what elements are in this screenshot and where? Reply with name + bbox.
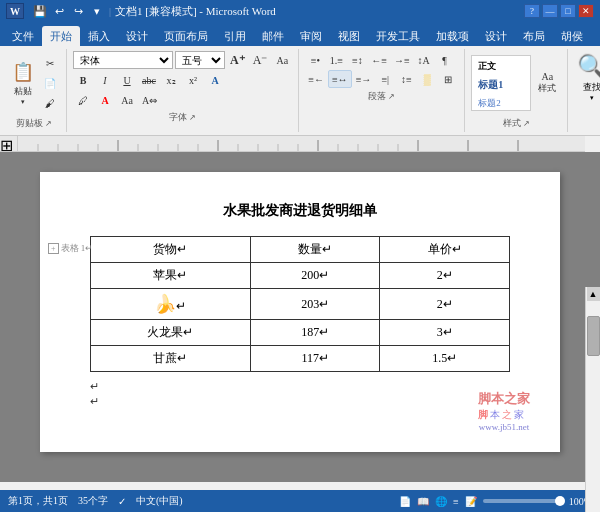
cell-qty-4: 117↵	[250, 346, 380, 372]
scroll-thumb[interactable]	[587, 316, 600, 356]
tab-user[interactable]: 胡侯	[553, 26, 591, 46]
cell-price-2: 2↵	[380, 289, 510, 320]
document-title: 水果批发商进退货明细单	[90, 202, 510, 220]
align-center-button[interactable]: ≡↔	[328, 70, 352, 88]
close-button[interactable]: ✕	[578, 4, 594, 18]
cell-price-3: 3↵	[380, 320, 510, 346]
justify-button[interactable]: ≡|	[375, 70, 395, 88]
font-family-select[interactable]: 宋体	[73, 51, 173, 69]
scrollbar-vertical[interactable]: ▲ ▼	[585, 287, 600, 512]
paste-dropdown[interactable]: ▾	[21, 98, 25, 106]
col-header-qty: 数量↵	[250, 237, 380, 263]
view-fullread-icon[interactable]: 📖	[417, 496, 429, 507]
window-controls: ? — □ ✕	[524, 4, 594, 18]
borders-button[interactable]: ⊞	[438, 70, 458, 88]
shrink-font-button[interactable]: A⁻	[250, 51, 271, 69]
tab-file[interactable]: 文件	[4, 26, 42, 46]
cell-goods-3: 火龙果↵	[91, 320, 251, 346]
group-paragraph: ≡• 1.≡ ≡↕ ←≡ →≡ ↕A ¶ ≡← ≡↔ ≡→ ≡| ↕≡ ▒ ⊞	[301, 49, 465, 132]
cell-qty-2: 203↵	[250, 289, 380, 320]
styles-button[interactable]: Aa 样式	[533, 55, 561, 111]
tab-home[interactable]: 开始	[42, 26, 80, 46]
font-size-aa[interactable]: Aa	[117, 91, 137, 109]
tab-review[interactable]: 审阅	[292, 26, 330, 46]
font-size-select[interactable]: 五号	[175, 51, 225, 69]
col-header-price: 单价↵	[380, 237, 510, 263]
view-web-icon[interactable]: 🌐	[435, 496, 447, 507]
clipboard-label: 剪贴板 ↗	[16, 117, 52, 130]
undo-icon[interactable]: ↩	[51, 3, 67, 19]
tab-view[interactable]: 视图	[330, 26, 368, 46]
align-right-button[interactable]: ≡→	[353, 70, 375, 88]
scroll-up-button[interactable]: ▲	[587, 287, 600, 301]
tab-design2[interactable]: 设计	[477, 26, 515, 46]
sort-button[interactable]: ↕A	[414, 51, 434, 69]
ruler: ⊞	[0, 136, 585, 152]
separator: |	[109, 6, 111, 17]
font-spacing[interactable]: A⇔	[139, 91, 160, 109]
tab-references[interactable]: 引用	[216, 26, 254, 46]
style-heading2: 标题2	[474, 95, 528, 112]
text-highlight-button[interactable]: 🖊	[73, 91, 93, 109]
watermark-site: 脚本之家	[478, 390, 530, 408]
italic-button[interactable]: I	[95, 71, 115, 89]
view-outline-icon[interactable]: ≡	[453, 496, 459, 507]
strikethrough-button[interactable]: abc	[139, 71, 159, 89]
ruler-corner[interactable]: ⊞	[0, 136, 18, 152]
paste-button[interactable]: 📋 粘贴 ▾	[8, 55, 38, 111]
table-icon: +	[48, 243, 59, 254]
dropdown-icon[interactable]: ▾	[89, 3, 105, 19]
document-area: + 表格 1↵ 水果批发商进退货明细单 货物↵ 数量↵ 单价↵ 苹果	[0, 152, 600, 482]
format-painter-button[interactable]: 🖌	[40, 94, 60, 112]
tab-page-layout[interactable]: 页面布局	[156, 26, 216, 46]
superscript-button[interactable]: x²	[183, 71, 203, 89]
save-icon[interactable]: 💾	[32, 3, 48, 19]
numbering-button[interactable]: 1.≡	[326, 51, 346, 69]
styles-gallery[interactable]: 正文 标题1 标题2	[471, 55, 531, 111]
table-row: 甘蔗↵ 117↵ 1.5↵	[91, 346, 510, 372]
spell-check-icon: ✓	[118, 496, 126, 507]
tab-addins[interactable]: 加载项	[428, 26, 477, 46]
paragraph-mark: ↵	[90, 380, 510, 393]
tab-design[interactable]: 设计	[118, 26, 156, 46]
char-count: 35个字	[78, 494, 108, 508]
paragraph-mark-2: ↵	[90, 395, 510, 408]
tab-insert[interactable]: 插入	[80, 26, 118, 46]
view-normal-icon[interactable]: 📄	[399, 496, 411, 507]
bold-button[interactable]: B	[73, 71, 93, 89]
page-info: 第1页，共1页	[8, 494, 68, 508]
clear-format-button[interactable]: Aa	[272, 51, 292, 69]
subscript-button[interactable]: x₂	[161, 71, 181, 89]
show-marks-button[interactable]: ¶	[435, 51, 455, 69]
col-header-goods: 货物↵	[91, 237, 251, 263]
tab-developer[interactable]: 开发工具	[368, 26, 428, 46]
shading-button[interactable]: ▒	[417, 70, 437, 88]
content-area: ⊞	[0, 136, 600, 490]
increase-indent-button[interactable]: →≡	[391, 51, 413, 69]
help-button[interactable]: ?	[524, 4, 540, 18]
table-row: 火龙果↵ 187↵ 3↵	[91, 320, 510, 346]
minimize-button[interactable]: —	[542, 4, 558, 18]
table-row: 苹果↵ 200↵ 2↵	[91, 263, 510, 289]
decrease-indent-button[interactable]: ←≡	[368, 51, 390, 69]
window-title: 文档1 [兼容模式] - Microsoft Word	[115, 4, 276, 19]
cut-button[interactable]: ✂	[40, 54, 60, 72]
multilevel-list-button[interactable]: ≡↕	[347, 51, 367, 69]
redo-icon[interactable]: ↪	[70, 3, 86, 19]
bullets-button[interactable]: ≡•	[305, 51, 325, 69]
font-color-button[interactable]: A	[95, 91, 115, 109]
zoom-slider[interactable]	[483, 499, 563, 503]
view-draft-icon[interactable]: 📝	[465, 496, 477, 507]
align-left-button[interactable]: ≡←	[305, 70, 327, 88]
line-spacing-button[interactable]: ↕≡	[396, 70, 416, 88]
maximize-button[interactable]: □	[560, 4, 576, 18]
underline-button[interactable]: U	[117, 71, 137, 89]
text-effect-button[interactable]: A	[205, 71, 225, 89]
find-dropdown[interactable]: ▾	[590, 94, 594, 102]
grow-font-button[interactable]: A⁺	[227, 51, 248, 69]
tab-mail[interactable]: 邮件	[254, 26, 292, 46]
copy-button[interactable]: 📄	[40, 74, 60, 92]
tab-layout[interactable]: 布局	[515, 26, 553, 46]
find-button[interactable]: 🔍 查找 ▾	[574, 51, 600, 107]
zoom-thumb[interactable]	[555, 496, 565, 506]
